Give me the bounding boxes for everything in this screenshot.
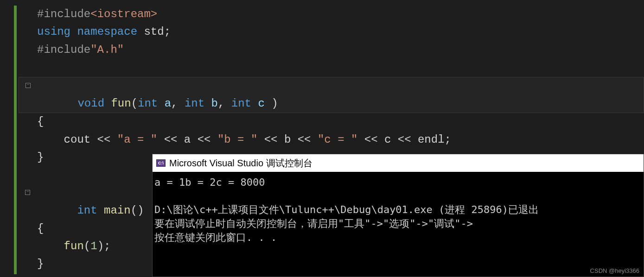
code-line[interactable]: using namespace std; (19, 23, 644, 41)
include-file: <iostream> (90, 8, 157, 20)
console-line: a = 1b = 2c = 8000 (154, 176, 265, 188)
console-line: 按任意键关闭此窗口. . . (154, 232, 277, 243)
watermark: CSDN @heyi3366 (590, 267, 639, 274)
keyword-int: int (77, 204, 97, 217)
change-indicator-bar (14, 6, 17, 274)
debug-console-window[interactable]: C:\ Microsoft Visual Studio 调试控制台 a = 1b… (152, 154, 644, 277)
fold-toggle-icon[interactable]: − (25, 190, 30, 195)
console-line: 要在调试停止时自动关闭控制台，请启用"工具"->"选项"->"调试"-> (154, 218, 473, 229)
identifier: std (144, 25, 164, 38)
code-line-current[interactable]: −void fun(int a, int b, int c ) (19, 77, 644, 113)
console-title: Microsoft Visual Studio 调试控制台 (169, 157, 312, 170)
console-titlebar[interactable]: C:\ Microsoft Visual Studio 调试控制台 (153, 154, 644, 172)
console-icon: C:\ (156, 159, 166, 167)
code-line[interactable]: cout << "a = " << a << "b = " << b << "c… (19, 131, 644, 149)
keyword-void: void (77, 97, 104, 110)
include-file: "A.h" (90, 44, 124, 56)
function-main: main (104, 204, 131, 217)
code-line[interactable]: #include<iostream> (19, 6, 644, 23)
console-output[interactable]: a = 1b = 2c = 8000 D:\图论\c++上课项目文件\Tulun… (153, 172, 644, 248)
blank-line[interactable] (19, 59, 644, 76)
keyword-namespace: namespace (77, 25, 137, 38)
preprocessor: #include (37, 8, 90, 20)
keyword-using: using (37, 25, 70, 38)
preprocessor: #include (37, 44, 90, 56)
console-line: D:\图论\c++上课项目文件\Tulunc++\Debug\day01.exe… (154, 204, 539, 215)
code-line[interactable]: #include"A.h" (19, 41, 644, 59)
function-name: fun (111, 97, 131, 110)
code-line[interactable]: { (19, 113, 644, 131)
fold-toggle-icon[interactable]: − (26, 83, 31, 88)
